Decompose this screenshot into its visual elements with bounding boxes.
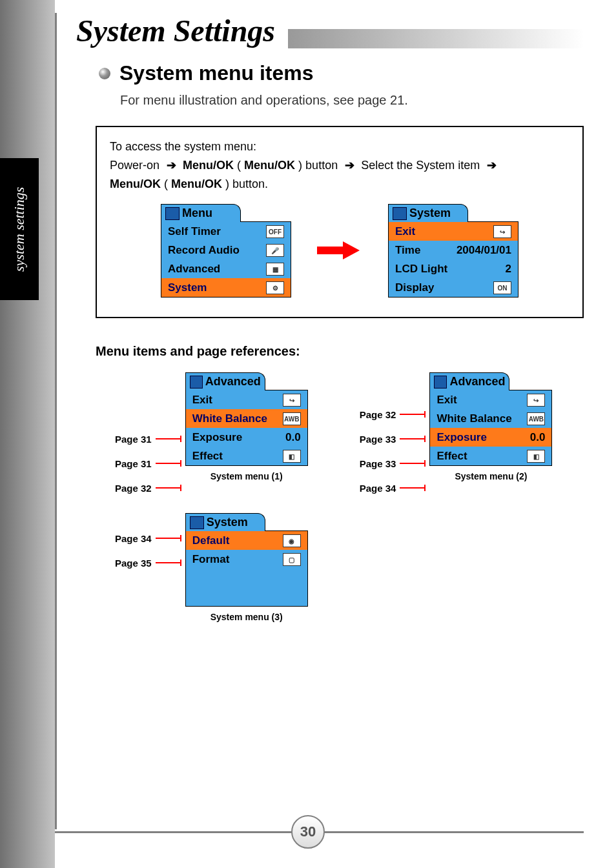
step-menuok-1b: Menu/OK [244, 159, 295, 172]
menu-tab: Advanced [185, 372, 265, 390]
menu-row: System⚙ [161, 278, 291, 297]
camera-icon [434, 376, 447, 389]
menu-row-value: 0.0 [530, 431, 546, 444]
title-gradient [288, 29, 584, 48]
page-ref-labels: .Page 31Page 31Page 32 [115, 372, 180, 497]
step-button-2: ) button. [225, 177, 268, 190]
menu-row-icon: ◧ [527, 450, 545, 463]
menu-row-label: Advanced [168, 263, 220, 276]
access-steps: Power-on ➔ Menu/OK ( Menu/OK ) button ➔ … [110, 156, 570, 194]
bullet-icon [99, 68, 110, 79]
menu-row-icon: AWB [283, 412, 301, 425]
menu-row-label: White Balance [192, 412, 267, 425]
page-ref-text: Page 32 [115, 483, 152, 494]
menu-row-label: Record Audio [168, 244, 240, 257]
menu-tab-label: Advanced [205, 375, 261, 389]
arrow-icon: ➔ [483, 156, 500, 175]
menu-caption: System menu (3) [185, 612, 308, 622]
paren-open-1: ( [237, 159, 244, 172]
menu-row: Self TimerOFF [161, 222, 291, 241]
menu-body: Default◉Format▢ [186, 531, 307, 606]
connector-line [156, 562, 180, 563]
section-title: System menu items [119, 61, 314, 85]
page-ref-labels: Page 32Page 33Page 33Page 34 [360, 372, 425, 497]
menu-row-icon: ↪ [527, 394, 545, 407]
menu-body: Exit↪White BalanceAWBExposure0.0Effect◧ [430, 390, 551, 465]
page-ref: Page 31 [115, 454, 180, 472]
menu-caption: System menu (2) [429, 471, 552, 481]
menu-body: Exit↪Time2004/01/01LCD Light2DisplayON [389, 222, 518, 297]
menu-row-icon: ↪ [283, 394, 301, 407]
page-ref-text: Page 35 [115, 558, 152, 569]
menu-row: White BalanceAWB [186, 409, 307, 428]
menu-row: DisplayON [389, 278, 518, 297]
step-menuok-2: Menu/OK [110, 177, 161, 190]
menu-box: Exit↪White BalanceAWBExposure0.0Effect◧ [429, 390, 552, 466]
menu-row-label: Effect [192, 450, 223, 463]
arrow-icon: ➔ [163, 156, 180, 175]
menu-row-icon: ◧ [283, 450, 301, 463]
menu-box: Exit↪White BalanceAWBExposure0.0Effect◧ [185, 390, 308, 466]
menu-row: Exposure0.0 [430, 428, 551, 447]
ref-block-3: Page 34Page 35SystemDefault◉Format▢ Syst… [115, 512, 308, 622]
ref-row-1: .Page 31Page 31Page 32AdvancedExit↪White… [115, 372, 584, 497]
access-intro: To access the system menu: [110, 137, 570, 156]
menu-row-label: Time [395, 244, 420, 257]
connector-line [156, 487, 180, 489]
camera-icon [190, 516, 204, 529]
menu-box: Default◉Format▢ [185, 530, 308, 607]
menu-row: Format▢ [186, 550, 307, 569]
menu-caption: System menu (1) [185, 471, 308, 481]
connector-line [400, 414, 424, 415]
page-ref: Page 35 [115, 554, 180, 572]
menu-row: Effect◧ [430, 447, 551, 465]
page-ref: Page 33 [360, 454, 425, 472]
page-ref-text: Page 31 [115, 434, 152, 445]
page-ref: Page 31 [115, 430, 180, 448]
menu-row-icon: ⚙ [266, 281, 284, 294]
page-number: 30 [291, 815, 325, 849]
page-ref: Page 34 [360, 479, 425, 497]
menu-row: White BalanceAWB [430, 409, 551, 428]
page-ref: Page 32 [115, 479, 180, 497]
page-title: System Settings [76, 13, 275, 48]
page-ref: Page 32 [360, 405, 425, 423]
menu-body: Self TimerOFFRecord Audio🎤Advanced▦Syste… [161, 222, 291, 297]
menu-tab: System [388, 204, 468, 222]
step-button-1: ) button [298, 159, 338, 172]
step-menuok-1: Menu/OK [183, 159, 234, 172]
page-ref-text: Page 34 [360, 483, 396, 494]
ref-row-2: Page 34Page 35SystemDefault◉Format▢ Syst… [115, 512, 584, 622]
menu-diagrams: MenuSelf TimerOFFRecord Audio🎤Advanced▦S… [110, 203, 570, 298]
menu-row-label: Default [192, 534, 230, 547]
section-header: System menu items [99, 61, 584, 85]
connector-line [156, 463, 180, 464]
menu-row-icon: OFF [266, 225, 284, 238]
menu-row-label: Exposure [436, 431, 486, 444]
ref-block-1: .Page 31Page 31Page 32AdvancedExit↪White… [115, 372, 308, 497]
paren-open-2: ( [164, 177, 171, 190]
step-select: Select the System item [361, 159, 480, 172]
menu-screenshot-left: MenuSelf TimerOFFRecord Audio🎤Advanced▦S… [161, 203, 291, 298]
menu-row-label: System [168, 281, 207, 294]
menu-row: Record Audio🎤 [161, 241, 291, 259]
menu-box: Self TimerOFFRecord Audio🎤Advanced▦Syste… [161, 221, 291, 298]
page-ref: Page 34 [115, 529, 180, 547]
page-ref-text: Page 32 [360, 409, 396, 420]
menu-row: Default◉ [186, 531, 307, 550]
menu-row-icon: ON [493, 281, 511, 294]
connector-line [400, 438, 424, 439]
manual-page: system settings System Settings System m… [0, 0, 616, 868]
subsection-title: Menu items and page references: [96, 344, 584, 359]
page-ref-text: Page 33 [360, 458, 396, 469]
page-ref: Page 33 [360, 430, 425, 448]
connector-line [156, 438, 180, 439]
menu-row-label: Exit [436, 394, 457, 407]
menu-tab: System [185, 513, 265, 531]
page-ref-text: Page 31 [115, 458, 152, 469]
menu-row-label [192, 572, 196, 585]
page-ref-labels: Page 34Page 35 [115, 512, 180, 572]
menu-row [186, 587, 307, 606]
menu-tab-label: System [409, 207, 451, 220]
menu-row: Exit↪ [186, 390, 307, 409]
